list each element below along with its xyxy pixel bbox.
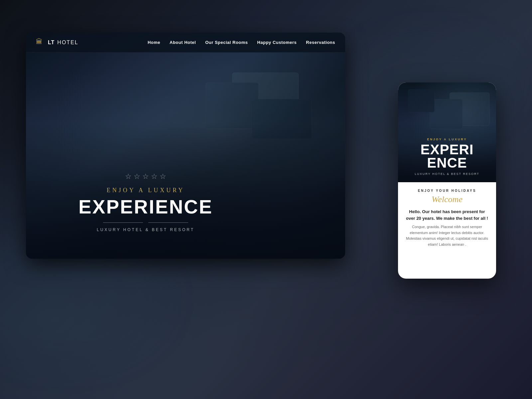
nav-rooms[interactable]: Our Special Rooms — [205, 40, 248, 45]
mobile-tagline: ENJOY A LUXURY — [403, 138, 491, 141]
nav-logo: 🏛 LT HOTEL — [36, 38, 78, 47]
mobile-card: ENJOY YOUR HOLIDAYS Welcome Hello. Our h… — [398, 182, 496, 254]
star-2: ☆ — [134, 173, 140, 180]
logo-lt: LT — [48, 40, 55, 46]
star-3: ☆ — [142, 173, 149, 180]
nav-home[interactable]: Home — [148, 40, 160, 45]
hero-subtitle: LUXURY HOTEL & BEST RESORT — [39, 227, 252, 232]
enjoy-label: ENJOY YOUR HOLIDAYS — [404, 189, 490, 193]
welcome-heading: Welcome — [404, 195, 490, 204]
logo-hotel: HOTEL — [57, 40, 78, 46]
star-1: ☆ — [125, 173, 132, 180]
card-body-bold: Hello. Our hotel has been present for ov… — [404, 208, 490, 221]
nav-about[interactable]: About Hotel — [170, 40, 196, 45]
divider-left — [103, 222, 143, 223]
stars-rating: ☆ ☆ ☆ ☆ ☆ — [39, 173, 252, 180]
mobile-subtitle: LUXURY HOTEL & BEST RESORT — [403, 172, 491, 176]
divider-right — [148, 222, 188, 223]
hero-divider — [39, 222, 252, 223]
mobile-mockup: ENJOY A LUXURY EXPERI ENCE LUXURY HOTEL … — [398, 82, 496, 279]
nav-customers[interactable]: Happy Customers — [257, 40, 297, 45]
mobile-title: EXPERI ENCE — [403, 143, 491, 170]
nav-links: Home About Hotel Our Special Rooms Happy… — [148, 40, 335, 45]
card-body-regular: Congue, gravida. Placeat nibh sunt sempe… — [404, 224, 490, 247]
star-5: ☆ — [160, 173, 166, 180]
hotel-icon: 🏛 — [36, 38, 45, 47]
hero-tagline: ENJOY A LUXURY — [39, 187, 252, 194]
mobile-hero: ENJOY A LUXURY EXPERI ENCE LUXURY HOTEL … — [398, 82, 496, 182]
nav-reservations[interactable]: Reservations — [306, 40, 335, 45]
desktop-navigation: 🏛 LT HOTEL Home About Hotel Our Special … — [26, 33, 345, 53]
star-4: ☆ — [151, 173, 158, 180]
mobile-hero-content: ENJOY A LUXURY EXPERI ENCE LUXURY HOTEL … — [398, 138, 496, 176]
desktop-mockup: 🏛 LT HOTEL Home About Hotel Our Special … — [26, 33, 345, 259]
mobile-pillow-3 — [408, 89, 435, 112]
hero-title: EXPERIENCE — [39, 197, 252, 216]
mobile-title-line2: ENCE — [427, 155, 467, 171]
hero-content: ☆ ☆ ☆ ☆ ☆ ENJOY A LUXURY EXPERIENCE LUXU… — [26, 173, 265, 232]
pillow-2 — [205, 82, 259, 129]
